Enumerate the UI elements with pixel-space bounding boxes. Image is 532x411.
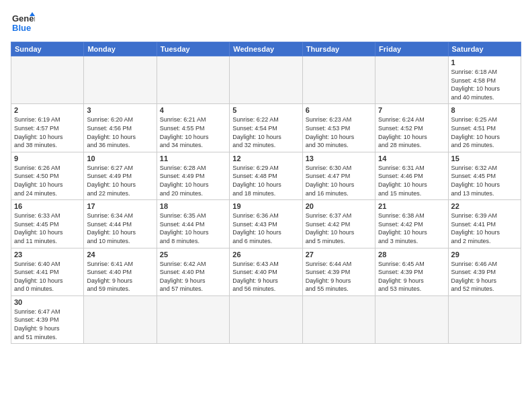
weekday-header: Tuesday (157, 42, 229, 56)
calendar-cell: 19Sunrise: 6:36 AMSunset: 4:43 PMDayligh… (230, 200, 302, 248)
calendar-cell: 24Sunrise: 6:41 AMSunset: 4:40 PMDayligh… (84, 248, 157, 295)
calendar-cell (230, 295, 302, 343)
day-info: Sunrise: 6:40 AMSunset: 4:41 PMDaylight:… (14, 260, 81, 293)
calendar-cell: 18Sunrise: 6:35 AMSunset: 4:44 PMDayligh… (157, 200, 229, 248)
day-number: 20 (306, 202, 372, 210)
day-number: 26 (232, 250, 299, 259)
calendar-cell: 20Sunrise: 6:37 AMSunset: 4:42 PMDayligh… (302, 200, 375, 248)
day-info: Sunrise: 6:43 AMSunset: 4:40 PMDaylight:… (232, 260, 299, 293)
day-number: 23 (14, 250, 81, 259)
weekday-header: Monday (84, 42, 157, 56)
day-number: 11 (160, 154, 226, 163)
calendar-cell: 5Sunrise: 6:22 AMSunset: 4:54 PMDaylight… (230, 104, 302, 152)
calendar-cell: 23Sunrise: 6:40 AMSunset: 4:41 PMDayligh… (11, 248, 84, 295)
day-info: Sunrise: 6:18 AMSunset: 4:58 PMDaylight:… (451, 68, 518, 101)
calendar-cell: 14Sunrise: 6:31 AMSunset: 4:46 PMDayligh… (375, 152, 448, 199)
calendar-cell: 8Sunrise: 6:25 AMSunset: 4:51 PMDaylight… (448, 104, 521, 152)
day-number: 6 (306, 106, 372, 114)
calendar-cell: 27Sunrise: 6:44 AMSunset: 4:39 PMDayligh… (302, 248, 375, 295)
day-number: 19 (232, 202, 299, 210)
calendar-cell: 26Sunrise: 6:43 AMSunset: 4:40 PMDayligh… (230, 248, 302, 295)
calendar-cell: 22Sunrise: 6:39 AMSunset: 4:41 PMDayligh… (448, 200, 521, 248)
day-number: 4 (160, 106, 226, 114)
calendar-cell (84, 295, 157, 343)
calendar-cell: 3Sunrise: 6:20 AMSunset: 4:56 PMDaylight… (84, 104, 157, 152)
day-info: Sunrise: 6:21 AMSunset: 4:55 PMDaylight:… (160, 116, 226, 149)
calendar-cell (302, 295, 375, 343)
day-info: Sunrise: 6:25 AMSunset: 4:51 PMDaylight:… (451, 116, 518, 149)
day-number: 25 (160, 250, 226, 259)
calendar-cell (157, 56, 229, 104)
calendar-cell (375, 295, 448, 343)
day-number: 10 (87, 154, 153, 163)
day-info: Sunrise: 6:35 AMSunset: 4:44 PMDaylight:… (160, 212, 226, 245)
day-info: Sunrise: 6:22 AMSunset: 4:54 PMDaylight:… (232, 116, 299, 149)
day-info: Sunrise: 6:45 AMSunset: 4:39 PMDaylight:… (378, 260, 445, 293)
day-number: 13 (306, 154, 372, 163)
day-info: Sunrise: 6:19 AMSunset: 4:57 PMDaylight:… (14, 116, 81, 149)
calendar-cell: 30Sunrise: 6:47 AMSunset: 4:39 PMDayligh… (11, 295, 84, 343)
calendar-cell: 16Sunrise: 6:33 AMSunset: 4:45 PMDayligh… (11, 200, 84, 248)
day-number: 22 (451, 202, 518, 210)
day-info: Sunrise: 6:27 AMSunset: 4:49 PMDaylight:… (87, 164, 153, 197)
weekday-header: Saturday (448, 42, 521, 56)
header: General Blue (11, 11, 521, 35)
day-info: Sunrise: 6:24 AMSunset: 4:52 PMDaylight:… (378, 116, 445, 149)
day-number: 1 (451, 58, 518, 66)
logo-icon: General Blue (11, 11, 35, 35)
day-info: Sunrise: 6:23 AMSunset: 4:53 PMDaylight:… (306, 116, 372, 149)
calendar-cell: 28Sunrise: 6:45 AMSunset: 4:39 PMDayligh… (375, 248, 448, 295)
day-info: Sunrise: 6:32 AMSunset: 4:45 PMDaylight:… (451, 164, 518, 197)
day-info: Sunrise: 6:37 AMSunset: 4:42 PMDaylight:… (306, 212, 372, 245)
calendar-cell (84, 56, 157, 104)
calendar-cell: 25Sunrise: 6:42 AMSunset: 4:40 PMDayligh… (157, 248, 229, 295)
weekday-header: Friday (375, 42, 448, 56)
weekday-header: Sunday (11, 42, 84, 56)
day-info: Sunrise: 6:26 AMSunset: 4:50 PMDaylight:… (14, 164, 81, 197)
day-info: Sunrise: 6:41 AMSunset: 4:40 PMDaylight:… (87, 260, 153, 293)
day-number: 3 (87, 106, 153, 114)
calendar-cell (230, 56, 302, 104)
calendar-cell: 11Sunrise: 6:28 AMSunset: 4:49 PMDayligh… (157, 152, 229, 199)
day-info: Sunrise: 6:38 AMSunset: 4:42 PMDaylight:… (378, 212, 445, 245)
day-info: Sunrise: 6:20 AMSunset: 4:56 PMDaylight:… (87, 116, 153, 149)
day-number: 14 (378, 154, 445, 163)
calendar-cell: 1Sunrise: 6:18 AMSunset: 4:58 PMDaylight… (448, 56, 521, 104)
day-info: Sunrise: 6:36 AMSunset: 4:43 PMDaylight:… (232, 212, 299, 245)
day-number: 17 (87, 202, 153, 210)
calendar-cell: 9Sunrise: 6:26 AMSunset: 4:50 PMDaylight… (11, 152, 84, 199)
day-number: 12 (232, 154, 299, 163)
weekday-header: Thursday (302, 42, 375, 56)
calendar-page: General Blue SundayMondayTuesdayWednesda… (0, 0, 532, 411)
day-info: Sunrise: 6:39 AMSunset: 4:41 PMDaylight:… (451, 212, 518, 245)
day-number: 30 (14, 298, 81, 306)
calendar-table: SundayMondayTuesdayWednesdayThursdayFrid… (11, 42, 521, 344)
day-info: Sunrise: 6:31 AMSunset: 4:46 PMDaylight:… (378, 164, 445, 197)
calendar-cell (375, 56, 448, 104)
calendar-cell: 13Sunrise: 6:30 AMSunset: 4:47 PMDayligh… (302, 152, 375, 199)
day-number: 16 (14, 202, 81, 210)
calendar-cell (302, 56, 375, 104)
day-number: 24 (87, 250, 153, 259)
calendar-cell (157, 295, 229, 343)
day-info: Sunrise: 6:29 AMSunset: 4:48 PMDaylight:… (232, 164, 299, 197)
day-info: Sunrise: 6:47 AMSunset: 4:39 PMDaylight:… (14, 308, 81, 341)
svg-text:Blue: Blue (12, 23, 31, 33)
day-info: Sunrise: 6:28 AMSunset: 4:49 PMDaylight:… (160, 164, 226, 197)
day-number: 7 (378, 106, 445, 114)
day-info: Sunrise: 6:42 AMSunset: 4:40 PMDaylight:… (160, 260, 226, 293)
calendar-cell: 4Sunrise: 6:21 AMSunset: 4:55 PMDaylight… (157, 104, 229, 152)
calendar-cell: 10Sunrise: 6:27 AMSunset: 4:49 PMDayligh… (84, 152, 157, 199)
day-number: 9 (14, 154, 81, 163)
day-number: 5 (232, 106, 299, 114)
day-number: 8 (451, 106, 518, 114)
calendar-cell: 17Sunrise: 6:34 AMSunset: 4:44 PMDayligh… (84, 200, 157, 248)
calendar-cell: 29Sunrise: 6:46 AMSunset: 4:39 PMDayligh… (448, 248, 521, 295)
calendar-cell: 12Sunrise: 6:29 AMSunset: 4:48 PMDayligh… (230, 152, 302, 199)
day-info: Sunrise: 6:46 AMSunset: 4:39 PMDaylight:… (451, 260, 518, 293)
day-number: 29 (451, 250, 518, 259)
day-info: Sunrise: 6:44 AMSunset: 4:39 PMDaylight:… (306, 260, 372, 293)
calendar-cell: 2Sunrise: 6:19 AMSunset: 4:57 PMDaylight… (11, 104, 84, 152)
day-number: 21 (378, 202, 445, 210)
day-number: 2 (14, 106, 81, 114)
